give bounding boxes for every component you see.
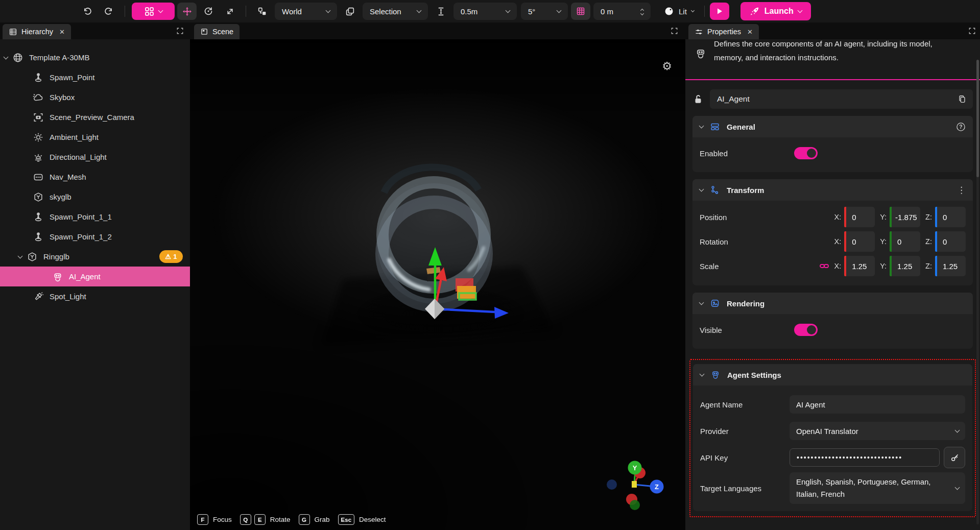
transform-section-header[interactable]: Transform ⋮ <box>692 179 973 201</box>
rotation-row: Rotation X: 0 Y: 0 Z: 0 <box>700 229 966 254</box>
toolbar-separator <box>125 6 125 17</box>
pivot-button[interactable] <box>340 3 360 20</box>
move-tool-button[interactable] <box>177 3 197 20</box>
axis-orientation-widget[interactable]: Y Z <box>607 461 664 511</box>
axis-neg-y-ball[interactable] <box>630 500 640 510</box>
tab-hierarchy[interactable]: Hierarchy ✕ <box>3 24 71 39</box>
tree-item-scene-preview-camera[interactable]: Scene_Preview_Camera <box>0 107 190 127</box>
expand-panel-icon[interactable] <box>176 27 184 35</box>
link-icon[interactable] <box>819 261 829 271</box>
rendering-section-header[interactable]: Rendering <box>692 293 973 314</box>
visible-toggle[interactable] <box>794 324 818 336</box>
enabled-toggle[interactable] <box>794 147 818 159</box>
expand-panel-icon[interactable] <box>671 27 678 35</box>
scene-viewport[interactable]: Y Z ⚙ F Focus Q E Rotate G Grab Esc Dese… <box>190 39 685 530</box>
warning-badge[interactable]: ⚠ 1 <box>159 250 183 263</box>
help-icon[interactable]: ? <box>956 122 966 132</box>
chevron-down-icon[interactable] <box>18 253 23 258</box>
hierarchy-panel: Template A-30MB Spawn_Point Skybox Scene… <box>0 39 190 530</box>
chevron-down-icon[interactable] <box>700 372 705 377</box>
entity-name-input[interactable]: AI_Agent <box>710 89 973 109</box>
move-tool-icon <box>182 7 192 16</box>
add-object-button[interactable] <box>132 3 175 20</box>
copy-icon[interactable] <box>958 94 967 104</box>
expand-panel-icon[interactable] <box>968 27 976 35</box>
scale-tool-icon <box>225 7 235 16</box>
tree-item-skyglb[interactable]: skyglb <box>0 187 190 207</box>
tab-scene[interactable]: Scene <box>194 24 240 39</box>
api-key-label: API Key <box>700 453 790 462</box>
overlap-squares-icon <box>345 7 355 16</box>
chevron-down-icon[interactable] <box>699 300 704 305</box>
agent-name-input[interactable]: AI Agent <box>790 395 965 414</box>
tab-properties[interactable]: Properties ✕ <box>688 24 759 39</box>
launch-button[interactable]: Launch <box>740 2 811 20</box>
spawn-point-icon <box>33 72 44 83</box>
hint-focus: Focus <box>213 516 232 523</box>
entity-name-value: AI_Agent <box>717 94 750 104</box>
tree-item-skybox[interactable]: Skybox <box>0 87 190 107</box>
kebab-menu-icon[interactable]: ⋮ <box>957 185 966 196</box>
play-button[interactable] <box>710 3 729 20</box>
move-snap-dropdown[interactable]: 0.5m <box>453 3 517 20</box>
space-dropdown[interactable]: World <box>275 3 337 20</box>
lock-open-icon[interactable] <box>692 93 704 105</box>
chevron-down-icon[interactable] <box>699 187 704 192</box>
undo-button[interactable] <box>78 3 97 20</box>
tree-item-spawn-point-1-2[interactable]: Spawn_Point_1_2 <box>0 227 190 247</box>
properties-scrollbar[interactable] <box>976 60 979 524</box>
tree-item-spawn-point-1-1[interactable]: Spawn_Point_1_1 <box>0 207 190 227</box>
position-z-input[interactable]: 0 <box>937 207 966 227</box>
scale-z-input[interactable]: 1.25 <box>937 256 966 276</box>
chevron-down-icon[interactable] <box>699 124 704 129</box>
target-languages-select[interactable]: English, Spanish, Portuguese, German, It… <box>790 472 965 504</box>
provider-select[interactable]: OpenAI Translator <box>790 422 965 440</box>
tree-item-ambient-light[interactable]: Ambient_Light <box>0 127 190 147</box>
rotate-snap-dropdown[interactable]: 5° <box>521 3 568 20</box>
drop-to-ground-button[interactable] <box>431 3 450 20</box>
scale-x-input[interactable]: 1.25 <box>846 256 875 276</box>
tree-item-directional-light[interactable]: Directional_Light <box>0 147 190 167</box>
tree-item-ringglb[interactable]: Ringglb ⚠ 1 <box>0 247 190 267</box>
sun-icon <box>33 132 44 143</box>
rotation-y-input[interactable]: 0 <box>892 231 920 252</box>
enabled-label: Enabled <box>700 149 784 158</box>
tree-item-nav-mesh[interactable]: Nav_Mesh <box>0 167 190 187</box>
rotation-z-input[interactable]: 0 <box>937 231 966 252</box>
chevron-down-icon[interactable] <box>4 54 9 59</box>
redo-button[interactable] <box>99 3 118 20</box>
height-offset-stepper[interactable]: 0 m <box>593 3 651 20</box>
stepper-arrows[interactable] <box>641 8 643 15</box>
chevron-down-icon <box>326 8 331 13</box>
api-key-input[interactable]: •••••••••••••••••••••••••••••• <box>790 448 940 467</box>
close-icon[interactable]: ✕ <box>59 28 65 36</box>
chevron-down-icon <box>557 8 562 13</box>
general-section: General ? Enabled <box>692 116 973 172</box>
agent-settings-section-header[interactable]: Agent Settings <box>693 364 972 386</box>
flashlight-icon <box>33 291 44 302</box>
key-e: E <box>254 514 266 525</box>
rotation-x-input[interactable]: 0 <box>846 231 875 252</box>
position-y-input[interactable]: -1.875 <box>892 207 920 227</box>
rotate-tool-button[interactable] <box>199 3 218 20</box>
tree-item-ai-agent[interactable]: AI_Agent <box>0 267 190 286</box>
axis-z-label: Z <box>655 483 659 491</box>
scale-tool-button[interactable] <box>220 3 240 20</box>
hint-rotate: Rotate <box>270 516 291 523</box>
general-section-header[interactable]: General ? <box>692 116 973 137</box>
api-key-value: •••••••••••••••••••••••••••••• <box>797 453 902 462</box>
api-key-reveal-button[interactable] <box>944 447 965 468</box>
parenting-button[interactable] <box>252 3 272 20</box>
viewport-settings-gear-icon[interactable]: ⚙ <box>662 61 672 72</box>
tree-item-spot-light[interactable]: Spot_Light <box>0 286 190 306</box>
close-icon[interactable]: ✕ <box>747 28 753 36</box>
warning-count: 1 <box>173 253 177 260</box>
scale-y-input[interactable]: 1.25 <box>892 256 920 276</box>
shading-mode-dropdown[interactable]: Lit <box>664 6 694 16</box>
tree-item-spawn-point[interactable]: Spawn_Point <box>0 67 190 87</box>
grid-snap-toggle[interactable] <box>571 3 590 20</box>
axis-neg-z-ball[interactable] <box>607 479 617 490</box>
position-x-input[interactable]: 0 <box>846 207 875 227</box>
selection-dropdown[interactable]: Selection <box>363 3 428 20</box>
tree-item-template[interactable]: Template A-30MB <box>0 47 190 67</box>
